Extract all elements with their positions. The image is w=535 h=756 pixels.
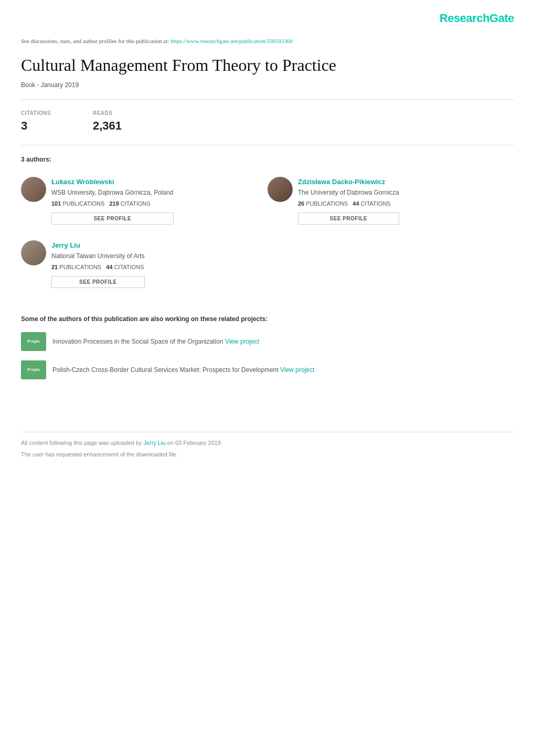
researchgate-logo: ResearchGate [440, 9, 514, 27]
project-item-1: Projm Polish-Czech Cross-Border Cultural… [21, 360, 514, 379]
see-profile-button-0[interactable]: SEE PROFILE [51, 212, 174, 225]
author-avatar-1 [268, 177, 293, 202]
project-thumbnail-0: Projm [21, 332, 46, 351]
related-projects-section: Some of the authors of this publication … [21, 314, 514, 379]
author-avatar-0 [21, 177, 46, 202]
footer-enhancement-text: The user has requested enhancement of th… [21, 450, 514, 459]
authors-section: 3 authors: Łukasz Wróblewski WSB Univers… [21, 155, 514, 299]
project-view-link-1[interactable]: View project [280, 366, 314, 374]
author-name-2[interactable]: Jerry Liu [51, 240, 145, 251]
project-item-0: Projm Innovation Processes in the Social… [21, 332, 514, 351]
author-card-1: Zdzisława Dacko-Pikiewicz The University… [268, 172, 514, 235]
project-text-0: Innovation Processes in the Social Space… [52, 337, 259, 346]
author-info-0: Łukasz Wróblewski WSB University, Dąbrow… [51, 177, 174, 225]
author-affiliation-2: National Taiwan University of Arts [51, 251, 145, 261]
author-info-1: Zdzisława Dacko-Pikiewicz The University… [298, 177, 399, 225]
see-discussions-bar: See discussions, stats, and author profi… [21, 37, 514, 46]
footer-person-link[interactable]: Jerry Liu [144, 440, 166, 446]
citations-value: 3 [21, 117, 51, 134]
reads-label: READS [93, 109, 122, 117]
stats-row: CITATIONS 3 READS 2,361 [21, 109, 514, 134]
page-title: Cultural Management From Theory to Pract… [21, 55, 514, 75]
footer-upload-text: All content following this page was uplo… [21, 439, 514, 448]
book-type-label: Book · January 2019 [21, 80, 514, 90]
project-text-1: Polish-Czech Cross-Border Cultural Servi… [52, 365, 314, 375]
authors-grid: Łukasz Wróblewski WSB University, Dąbrow… [21, 172, 514, 299]
project-thumbnail-1: Projm [21, 360, 46, 379]
reads-value: 2,361 [93, 117, 122, 134]
project-view-link-0[interactable]: View project [225, 338, 259, 345]
author-avatar-2 [21, 240, 46, 265]
related-projects-title: Some of the authors of this publication … [21, 314, 514, 324]
author-stats-2: 21 PUBLICATIONS 44 CITATIONS [51, 263, 145, 272]
citations-block: CITATIONS 3 [21, 109, 51, 134]
author-affiliation-1: The University of Dabrowa Gornicza [298, 188, 399, 197]
footer-section: All content following this page was uplo… [21, 432, 514, 459]
author-card-0: Łukasz Wróblewski WSB University, Dąbrow… [21, 172, 268, 235]
author-name-0[interactable]: Łukasz Wróblewski [51, 177, 174, 187]
author-stats-1: 26 PUBLICATIONS 44 CITATIONS [298, 199, 399, 208]
reads-block: READS 2,361 [93, 109, 122, 134]
citations-label: CITATIONS [21, 109, 51, 117]
see-profile-button-1[interactable]: SEE PROFILE [298, 212, 399, 225]
author-stats-0: 101 PUBLICATIONS 219 CITATIONS [51, 199, 174, 208]
publication-url-link[interactable]: https://www.researchgate.net/publication… [170, 38, 293, 44]
authors-title: 3 authors: [21, 155, 514, 164]
divider-top [21, 99, 514, 100]
author-affiliation-0: WSB University, Dąbrowa Górnicza, Poland [51, 188, 174, 197]
divider-stats [21, 145, 514, 145]
author-info-2: Jerry Liu National Taiwan University of … [51, 240, 145, 288]
author-name-1[interactable]: Zdzisława Dacko-Pikiewicz [298, 177, 399, 187]
author-card-2: Jerry Liu National Taiwan University of … [21, 235, 268, 299]
see-profile-button-2[interactable]: SEE PROFILE [51, 276, 145, 288]
